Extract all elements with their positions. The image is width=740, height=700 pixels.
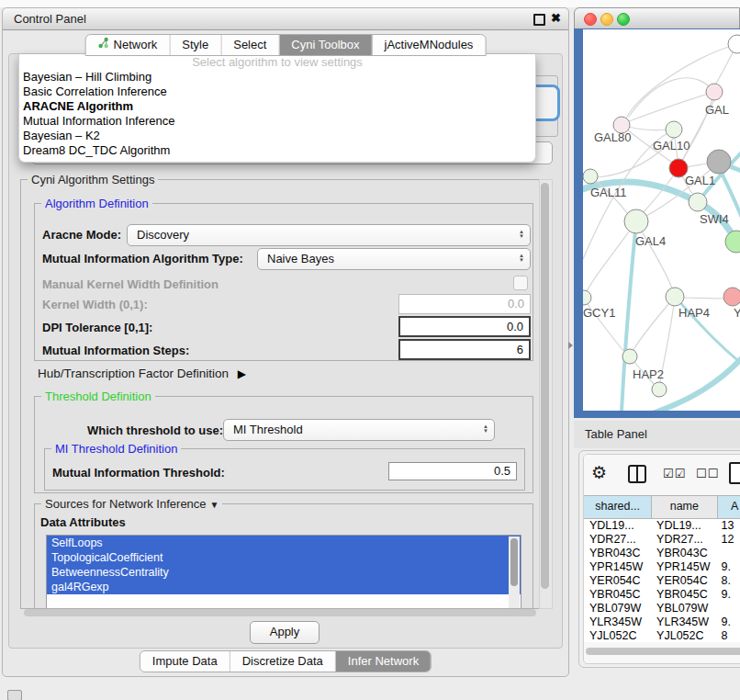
tab-jactivemnodules[interactable]: jActiveMNodules [373,35,486,55]
table-row[interactable]: YER054CYER054C8. [584,574,740,588]
mi-steps-label: Mutual Information Steps: [42,344,189,357]
document-icon[interactable] [729,462,740,484]
attribute-item-topologicalcoefficient[interactable]: TopologicalCoefficient [47,550,521,565]
minimize-traffic-light-icon[interactable] [600,13,613,26]
settings-gear-icon[interactable]: ⚙ [591,462,607,483]
mi-algorithm-type-select[interactable]: Naive Bayes ▲▼ [257,248,531,270]
algorithm-dropdown-list: Select algorithm to view settings Bayesi… [18,54,536,163]
settings-vertical-scrollbar[interactable] [539,179,553,609]
float-window-icon[interactable] [533,14,545,26]
hub-transcription-factor-section[interactable]: Hub/Transcription Factor Definition ▶ [38,367,246,380]
network-icon [98,35,109,55]
table-horizontal-scrollbar[interactable] [586,648,740,655]
table-cell: 8 [716,629,740,642]
dock-panel-icon[interactable] [7,690,22,700]
tab-network[interactable]: Network [86,35,171,55]
node-label-hap4: HAP4 [678,306,710,320]
panel-splitter-handle[interactable] [568,342,573,349]
manual-kernel-width-checkbox[interactable] [513,276,528,290]
table-row[interactable]: YBR045CYBR045C9. [584,588,740,602]
table-row[interactable]: YBR043CYBR043C [584,547,740,560]
tab-impute-data[interactable]: Impute Data [140,651,230,672]
algorithm-option-mutual-information-inference[interactable]: Mutual Information Inference [23,114,535,129]
settings-horizontal-scrollbar-thumb[interactable] [24,609,536,616]
mi-steps-field[interactable] [398,339,531,360]
attributes-scrollbar[interactable] [509,536,520,608]
node-label-y: Y [734,306,740,320]
network-node-gal11[interactable] [583,169,598,184]
table-row[interactable]: YBL079WYBL079W [584,602,740,615]
stepper-arrows-icon: ▲▼ [519,230,524,239]
tab-infer-network[interactable]: Infer Network [336,651,431,672]
network-node[interactable] [728,35,740,53]
table-rows: YDL19...YDL19...13YDR27...YDR27...12YBR0… [584,519,740,642]
zoom-traffic-light-icon[interactable] [617,13,630,26]
expand-arrow-icon[interactable]: ▶ [238,367,246,380]
node-label-gal1: GAL1 [685,174,715,187]
attributes-scrollbar-thumb[interactable] [510,538,518,586]
algorithm-option-dream8-dc-tdc-algorithm[interactable]: Dream8 DC_TDC Algorithm [23,143,535,158]
attribute-item-betweennesscentrality[interactable]: BetweennessCentrality [47,565,521,580]
table-row[interactable]: YLR345WYLR345W9. [584,615,740,629]
column-header-a[interactable]: A [718,496,740,518]
deselect-checkboxes-icon[interactable]: ☐☐ [696,467,719,480]
collapse-arrow-icon[interactable]: ▼ [210,500,219,510]
tab-select[interactable]: Select [221,35,279,55]
network-node-gcy1[interactable] [583,290,591,305]
network-node-swi4[interactable] [689,193,707,211]
table-cell: YDL19... [651,519,716,533]
sources-group-title[interactable]: Sources for Network Inference▼ [41,497,222,511]
table-panel-titlebar[interactable]: Table Panel [574,421,740,448]
network-canvas[interactable]: GALGAL80GAL10GAL1GAL11SWI4GAL4GCY1HAP4YH… [583,29,740,411]
node-label-swi4: SWI4 [700,212,729,226]
network-node[interactable] [707,150,731,174]
network-view-frame: GALGAL80GAL10GAL1GAL11SWI4GAL4GCY1HAP4YH… [574,28,740,418]
network-node[interactable] [652,382,667,397]
kernel-width-label: Kernel Width (0,1): [42,298,148,311]
network-node-gal[interactable] [706,84,723,100]
algorithm-option-bayesian-k2[interactable]: Bayesian – K2 [23,129,535,143]
tab-cyni-toolbox[interactable]: Cyni Toolbox [279,35,372,55]
attribute-item-selfloops[interactable]: SelfLoops [47,536,521,550]
tab-discretize-data[interactable]: Discretize Data [230,651,336,672]
table-panel: ⚙ ☑☑ ☐☐ shared...nameA YDL19...YDL19...1… [578,450,740,668]
table-header-row: shared...nameA [584,495,740,519]
network-node-hap4[interactable] [666,288,684,306]
algorithm-option-aracne-algorithm[interactable]: ARACNE Algorithm [23,99,535,114]
network-node-y[interactable] [723,288,740,306]
network-node-gal4[interactable] [624,209,648,233]
network-window-titlebar[interactable] [574,7,740,30]
network-node-gal10[interactable] [666,121,682,138]
split-columns-icon[interactable] [628,465,646,483]
algorithm-option-bayesian-hill-climbing[interactable]: Bayesian – Hill Climbing [23,70,535,85]
network-edge-highlighted [622,221,636,411]
mi-threshold-field[interactable] [388,462,517,480]
select-all-checkboxes-icon[interactable]: ☑☑ [663,467,686,480]
column-header-shared[interactable]: shared... [584,496,652,518]
settings-horizontal-scrollbar[interactable] [20,608,544,617]
tab-label: Network [114,35,158,55]
aracne-mode-select[interactable]: Discovery ▲▼ [127,224,531,246]
kernel-width-field[interactable] [398,294,531,314]
control-panel-titlebar[interactable]: Control Panel ✖ [3,8,568,30]
attribute-item-gal4rgexp[interactable]: gal4RGexp [47,580,521,594]
close-traffic-light-icon[interactable] [584,13,597,26]
table-row[interactable]: YPR145WYPR145W9. [584,560,740,574]
table-row[interactable]: YDL19...YDL19...13 [584,519,740,533]
network-node-hap2[interactable] [622,349,637,364]
table-row[interactable]: YJL052CYJL052C8 [584,629,740,642]
table-row[interactable]: YDR27...YDR27...12 [584,533,740,547]
settings-vertical-scrollbar-thumb[interactable] [541,183,549,589]
close-icon[interactable]: ✖ [551,11,561,25]
which-threshold-select[interactable]: MI Threshold ▲▼ [223,419,495,441]
node-label-gal80: GAL80 [594,130,631,144]
which-threshold-label: Which threshold to use: [87,423,223,437]
tab-style[interactable]: Style [170,35,221,55]
algorithm-option-basic-correlation-inference[interactable]: Basic Correlation Inference [23,85,535,99]
tab-label: Discretize Data [242,651,323,672]
dpi-tolerance-field[interactable] [398,316,531,337]
table-cell: YDR27... [651,533,716,547]
column-header-name[interactable]: name [652,496,717,518]
apply-button[interactable]: Apply [250,621,320,644]
network-node[interactable] [725,231,740,253]
